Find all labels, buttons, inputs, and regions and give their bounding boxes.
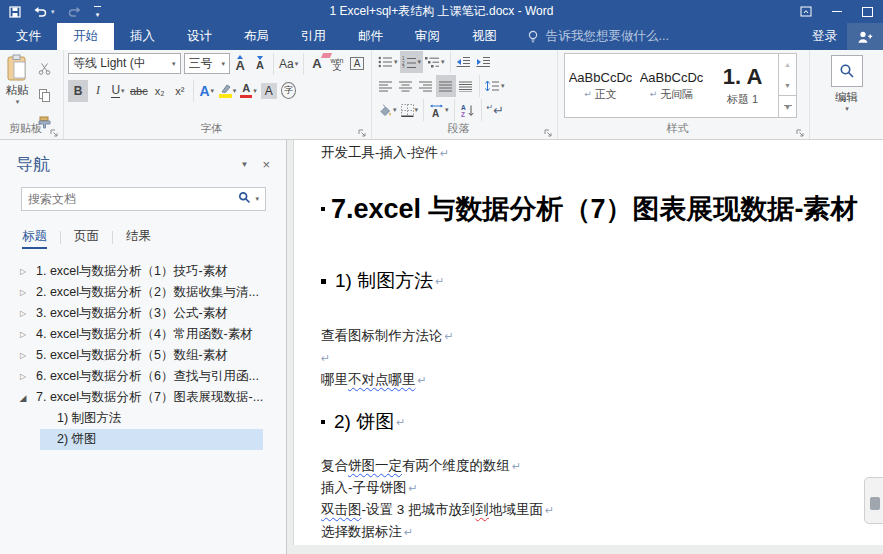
style-heading1[interactable]: 1. A 标题 1 [707, 54, 778, 117]
bullets-button[interactable]: ▾ [376, 51, 400, 73]
sign-in-button[interactable]: 登录 [802, 23, 847, 50]
font-size-combo[interactable]: 三号 ▾ [184, 53, 231, 74]
grow-font-button[interactable]: A [230, 53, 250, 75]
clipboard-dialog-launcher[interactable] [49, 124, 61, 136]
styles-scroll-down-button[interactable]: ▼ [779, 75, 796, 96]
share-button[interactable] [847, 23, 883, 50]
collapse-triangle-icon[interactable]: ▷ [15, 351, 31, 360]
tab-mailings[interactable]: 邮件 [342, 23, 399, 50]
justify-button[interactable] [436, 75, 456, 97]
strikethrough-button[interactable]: abc [128, 80, 150, 102]
nav-heading-item[interactable]: ▷5. excel与数据分析（5）数组-素材 [0, 345, 286, 366]
styles-scroll-up-button[interactable]: ▲ [779, 54, 796, 75]
nav-tab-results[interactable]: 结果 [126, 228, 151, 249]
decrease-indent-button[interactable] [454, 51, 474, 73]
find-button[interactable] [831, 55, 863, 87]
doc-paragraph[interactable]: 双击图-设置 3 把城市放到到地域里面↵ [321, 499, 883, 521]
customize-qat-button[interactable]: ▾ [94, 6, 101, 18]
search-input[interactable] [22, 192, 234, 206]
ribbon-display-options-button[interactable] [790, 0, 821, 23]
doc-paragraph[interactable]: 查看图标制作方法论↵ [321, 325, 883, 347]
search-button[interactable] [238, 191, 251, 207]
asian-layout-button[interactable]: A ▾ [427, 99, 451, 121]
superscript-button[interactable]: x² [170, 80, 190, 102]
style-normal[interactable]: AaBbCcDc ↵正文 [565, 54, 636, 117]
tab-insert[interactable]: 插入 [114, 23, 171, 50]
show-marks-button[interactable]: ↵↵ [485, 99, 507, 121]
distributed-button[interactable] [456, 75, 476, 97]
align-center-button[interactable] [396, 75, 416, 97]
nav-heading-item-expanded[interactable]: ◢7. excel与数据分析（7）图表展现数据-... [0, 387, 286, 408]
font-color-button[interactable]: A ▾ [238, 80, 259, 102]
nav-heading-item[interactable]: ▷3. excel与数据分析（3）公式-素材 [0, 303, 286, 324]
tab-file[interactable]: 文件 [0, 23, 57, 50]
nav-subheading-item-selected[interactable]: 2) 饼图 [40, 429, 263, 450]
doc-paragraph[interactable]: 哪里不对点哪里↵ [321, 369, 883, 391]
underline-button[interactable]: U▾ [108, 80, 128, 102]
font-dialog-launcher[interactable] [357, 124, 369, 136]
tab-layout[interactable]: 布局 [228, 23, 285, 50]
undo-button[interactable]: ▾ [33, 6, 55, 18]
clear-formatting-button[interactable]: A [307, 53, 327, 75]
doc-empty-paragraph[interactable]: ↵ [321, 347, 883, 369]
minimize-button[interactable] [821, 0, 852, 23]
align-left-button[interactable] [376, 75, 396, 97]
shading-button[interactable]: ▾ [376, 99, 399, 121]
doc-paragraph[interactable]: 选择数据标注↵ [321, 521, 883, 543]
collapse-triangle-icon[interactable]: ▷ [15, 330, 31, 339]
style-no-spacing[interactable]: AaBbCcDc ↵无间隔 [636, 54, 707, 117]
nav-tab-headings[interactable]: 标题 [22, 228, 47, 249]
cut-button[interactable] [34, 57, 54, 79]
maximize-button[interactable] [852, 0, 883, 23]
collapse-triangle-icon[interactable]: ▷ [15, 309, 31, 318]
tab-review[interactable]: 审阅 [399, 23, 456, 50]
nav-tab-pages[interactable]: 页面 [74, 228, 99, 249]
paragraph-dialog-launcher[interactable] [543, 124, 555, 136]
align-right-button[interactable] [416, 75, 436, 97]
subscript-button[interactable]: x₂ [150, 80, 170, 102]
enclose-characters-button[interactable]: 字 [279, 80, 299, 102]
numbering-button[interactable]: 123 ▾ [400, 51, 424, 73]
shrink-font-button[interactable]: A [250, 53, 270, 75]
doc-heading2[interactable]: 1) 制图方法↵ [321, 268, 883, 294]
nav-options-chevron[interactable]: ▼ [240, 160, 248, 169]
nav-heading-item[interactable]: ▷1. excel与数据分析（1）技巧-素材 [0, 261, 286, 282]
collapse-triangle-icon[interactable]: ▷ [15, 267, 31, 276]
line-spacing-button[interactable]: ▾ [483, 75, 507, 97]
text-effects-button[interactable]: A▾ [197, 80, 217, 102]
nav-heading-item[interactable]: ▷2. excel与数据分析（2）数据收集与清... [0, 282, 286, 303]
collapse-triangle-icon[interactable]: ▷ [15, 372, 31, 381]
highlight-button[interactable]: ▾ [217, 80, 239, 102]
doc-paragraph[interactable]: 复合饼图一定有两个维度的数组↵ [321, 455, 883, 477]
borders-button[interactable]: ▾ [399, 99, 421, 121]
tab-design[interactable]: 设计 [171, 23, 228, 50]
nav-heading-item[interactable]: ▷6. excel与数据分析（6）查找与引用函... [0, 366, 286, 387]
search-options-chevron[interactable]: ▾ [255, 195, 259, 203]
change-case-button[interactable]: Aa▾ [277, 53, 300, 75]
nav-close-button[interactable]: × [262, 157, 270, 172]
italic-button[interactable]: I [88, 80, 108, 102]
multilevel-list-button[interactable]: ▾ [423, 51, 447, 73]
tab-references[interactable]: 引用 [285, 23, 342, 50]
copy-button[interactable] [34, 84, 54, 106]
expand-triangle-icon[interactable]: ◢ [15, 393, 31, 403]
document-page[interactable]: 开发工具-插入-控件↵ 7.excel 与数据分析（7）图表展现数据-素材 1)… [293, 140, 883, 545]
styles-more-button[interactable]: ▼ [779, 95, 796, 117]
tab-view[interactable]: 视图 [456, 23, 513, 50]
doc-heading2[interactable]: 2) 饼图↵ [321, 409, 883, 435]
doc-paragraph[interactable]: 插入-子母饼图↵ [321, 477, 883, 499]
doc-paragraph[interactable]: 开发工具-插入-控件↵ [321, 140, 883, 164]
floating-scroll-widget[interactable] [864, 477, 883, 524]
save-button[interactable] [9, 6, 21, 18]
nav-subheading-item[interactable]: 1) 制图方法 [40, 408, 263, 429]
nav-heading-item[interactable]: ▷4. excel与数据分析（4）常用函数-素材 [0, 324, 286, 345]
increase-indent-button[interactable] [474, 51, 494, 73]
styles-dialog-launcher[interactable] [795, 124, 807, 136]
sort-button[interactable]: AZ [458, 99, 478, 121]
collapse-triangle-icon[interactable]: ▷ [15, 288, 31, 297]
redo-button[interactable] [67, 6, 82, 18]
bold-button[interactable]: B [68, 80, 88, 102]
character-shading-button[interactable]: A [259, 80, 279, 102]
font-name-combo[interactable]: 等线 Light (中 ▾ [68, 53, 181, 74]
doc-heading1[interactable]: 7.excel 与数据分析（7）图表展现数据-素材 [321, 191, 883, 227]
